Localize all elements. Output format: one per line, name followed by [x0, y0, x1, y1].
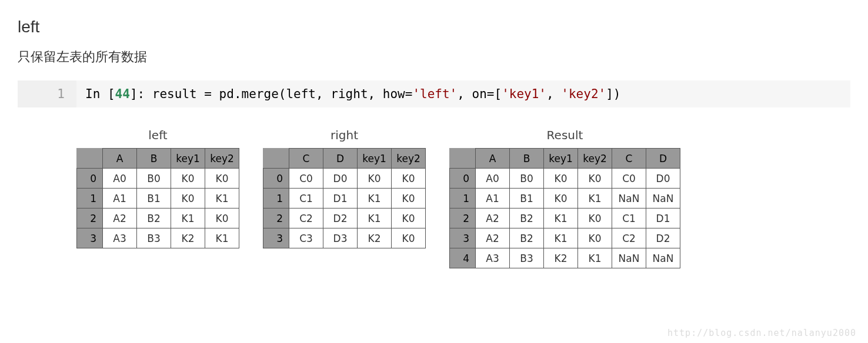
table-row-index: 0: [77, 169, 103, 189]
code-token: merge: [242, 87, 279, 101]
table-row-index: 0: [263, 169, 289, 189]
table-row-index: 2: [450, 209, 476, 228]
code-token: ,: [546, 87, 561, 101]
table-cell: K1: [578, 248, 612, 268]
table-right-title: right: [330, 128, 358, 142]
table-cell: D0: [646, 169, 680, 189]
code-token: , how: [368, 87, 405, 101]
table-cell: B3: [137, 228, 171, 248]
table-cell: K0: [171, 189, 205, 209]
code-token: 'key1': [502, 87, 546, 101]
table-cell: K2: [171, 228, 205, 248]
table-cell: K0: [578, 228, 612, 248]
table-row-index: 3: [450, 228, 476, 248]
table-column-header: key1: [544, 149, 578, 169]
table-left: ABkey1key20A0B0K0K01A1B1K0K12A2B2K1K03A3…: [76, 148, 239, 248]
code-token: left: [286, 87, 316, 101]
code-token: =: [487, 87, 495, 101]
table-row: 1A1B1K0K1NaNNaN: [450, 189, 680, 209]
table-cell: A2: [476, 228, 510, 248]
code-token: ]: result: [130, 87, 204, 101]
table-row: 1A1B1K0K1: [77, 189, 239, 209]
table-row-index: 3: [263, 228, 289, 248]
table-column-header: key1: [171, 149, 205, 169]
table-cell: A1: [476, 189, 510, 209]
table-row-index: 1: [450, 189, 476, 209]
table-result-group: Result ABkey1key2CD0A0B0K0K0C0D01A1B1K0K…: [449, 128, 680, 268]
table-row: 0A0B0K0K0C0D0: [450, 169, 680, 189]
table-cell: K0: [171, 169, 205, 189]
code-token: .: [234, 87, 242, 101]
table-cell: D3: [323, 228, 358, 248]
table-cell: D0: [323, 169, 358, 189]
table-cell: C0: [289, 169, 323, 189]
code-token: right: [330, 87, 368, 101]
section-description: 只保留左表的所有数据: [18, 48, 850, 66]
table-row: 0C0D0K0K0: [263, 169, 426, 189]
table-cell: NaN: [612, 248, 646, 268]
table-cell: NaN: [646, 248, 680, 268]
table-row: 0A0B0K0K0: [77, 169, 239, 189]
table-result: ABkey1key2CD0A0B0K0K0C0D01A1B1K0K1NaNNaN…: [449, 148, 680, 268]
table-cell: K1: [205, 189, 239, 209]
code-token: ): [613, 87, 621, 101]
table-cell: K0: [205, 209, 239, 228]
table-column-header: C: [612, 149, 646, 169]
table-cell: C1: [289, 189, 323, 209]
table-corner: [450, 149, 476, 169]
table-column-header: key2: [205, 149, 239, 169]
table-row-index: 4: [450, 248, 476, 268]
table-column-header: key2: [392, 149, 426, 169]
table-cell: A3: [103, 228, 137, 248]
table-cell: K0: [358, 169, 392, 189]
table-cell: K0: [392, 189, 426, 209]
table-column-header: key2: [578, 149, 612, 169]
table-column-header: B: [510, 149, 544, 169]
table-cell: B1: [510, 189, 544, 209]
table-right-group: right CDkey1key20C0D0K0K01C1D1K1K02C2D2K…: [263, 128, 426, 248]
code-token: [: [495, 87, 502, 101]
table-cell: K0: [205, 169, 239, 189]
table-right: CDkey1key20C0D0K0K01C1D1K1K02C2D2K1K03C3…: [263, 148, 426, 248]
table-cell: B3: [510, 248, 544, 268]
table-row: 1C1D1K1K0: [263, 189, 426, 209]
table-cell: C3: [289, 228, 323, 248]
table-cell: NaN: [646, 189, 680, 209]
tables-container: left ABkey1key20A0B0K0K01A1B1K0K12A2B2K1…: [18, 128, 850, 268]
code-token: (: [279, 87, 286, 101]
table-cell: K1: [171, 209, 205, 228]
table-row: 4A3B3K2K1NaNNaN: [450, 248, 680, 268]
table-row: 3A2B2K1K0C2D2: [450, 228, 680, 248]
table-cell: K0: [392, 169, 426, 189]
code-block: 1 In [44]: result = pd.merge(left, right…: [18, 80, 850, 107]
table-row-index: 1: [77, 189, 103, 209]
table-row: 3A3B3K2K1: [77, 228, 239, 248]
table-row-index: 2: [263, 209, 289, 228]
table-row-index: 2: [77, 209, 103, 228]
section-heading: left: [18, 18, 850, 36]
table-cell: K1: [544, 228, 578, 248]
code-token: =: [204, 87, 212, 101]
table-cell: K2: [544, 248, 578, 268]
table-cell: A2: [476, 209, 510, 228]
table-column-header: A: [476, 149, 510, 169]
table-cell: A1: [103, 189, 137, 209]
table-column-header: B: [137, 149, 171, 169]
table-cell: A2: [103, 209, 137, 228]
table-left-group: left ABkey1key20A0B0K0K01A1B1K0K12A2B2K1…: [76, 128, 239, 248]
table-corner: [77, 149, 103, 169]
table-cell: K0: [392, 228, 426, 248]
code-token: ,: [316, 87, 330, 101]
table-cell: K1: [578, 189, 612, 209]
table-cell: C2: [612, 228, 646, 248]
table-cell: D2: [323, 209, 358, 228]
table-cell: B2: [510, 209, 544, 228]
table-row-index: 0: [450, 169, 476, 189]
table-cell: K0: [392, 209, 426, 228]
table-corner: [263, 149, 289, 169]
table-cell: K0: [544, 189, 578, 209]
table-cell: C0: [612, 169, 646, 189]
code-line-number: 1: [18, 80, 76, 107]
table-cell: K0: [578, 209, 612, 228]
table-row-index: 3: [77, 228, 103, 248]
